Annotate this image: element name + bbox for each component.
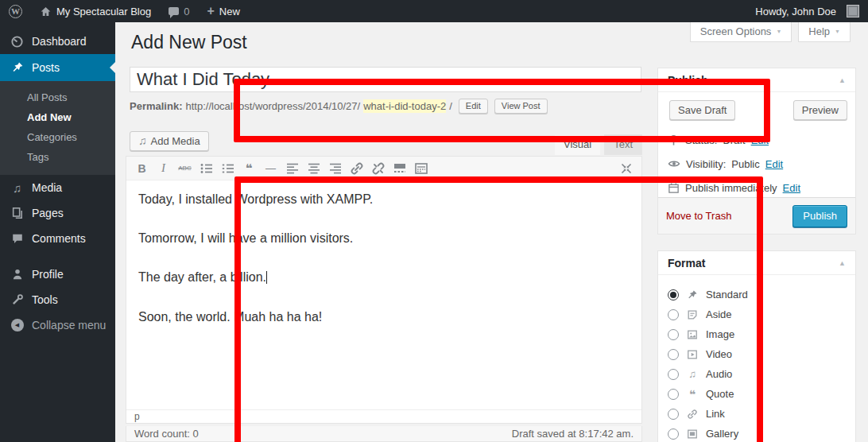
radio-link[interactable] — [668, 409, 679, 420]
sidebar-label-posts: Posts — [32, 61, 60, 74]
sidebar-item-tools[interactable]: Tools — [0, 287, 115, 312]
format-label: Standard — [706, 289, 748, 300]
status-value: Draft — [723, 134, 745, 146]
adminbar-comments[interactable]: 0 — [160, 0, 198, 22]
sidebar-label-tools: Tools — [32, 293, 58, 306]
italic-button[interactable]: I — [153, 159, 174, 178]
bullet-list-button[interactable] — [196, 159, 217, 178]
radio-gallery[interactable] — [668, 428, 679, 440]
radio-aside[interactable] — [668, 309, 679, 320]
edit-permalink-button[interactable]: Edit — [459, 99, 488, 114]
horizontal-rule-button[interactable]: — — [260, 159, 281, 178]
major-publishing-actions: Move to Trash Publish — [658, 197, 855, 234]
add-media-button[interactable]: ♫ Add Media — [130, 131, 209, 151]
format-option-audio[interactable]: ♫ Audio — [668, 364, 846, 384]
format-label: Audio — [706, 368, 732, 380]
toolbar-toggle-icon — [414, 161, 428, 176]
edit-status-link[interactable]: Edit — [751, 134, 769, 146]
format-options: Standard Aside — [658, 275, 855, 442]
numbered-list-button[interactable] — [217, 159, 238, 178]
adminbar-new-menu[interactable]: + New — [198, 0, 248, 22]
format-option-image[interactable]: Image — [668, 324, 846, 344]
screen-options-tab[interactable]: Screen Options ▼ — [690, 22, 792, 42]
toolbar-toggle-button[interactable] — [410, 159, 432, 178]
move-to-trash-link[interactable]: Move to Trash — [666, 210, 731, 222]
sidebar-item-profile[interactable]: Profile — [0, 262, 115, 287]
editor-element-path[interactable]: p — [126, 409, 641, 423]
align-left-icon — [285, 161, 300, 176]
editor-paragraph: Soon, the world. Muah ha ha ha! — [138, 308, 630, 326]
sidebar-item-pages[interactable]: Pages — [0, 200, 115, 226]
format-option-standard[interactable]: Standard — [668, 285, 846, 304]
help-label: Help — [808, 25, 830, 37]
fullscreen-icon — [619, 161, 634, 176]
submenu-add-new[interactable]: Add New — [0, 107, 115, 127]
collapse-arrow-icon: ◀ — [11, 319, 24, 332]
align-right-button[interactable] — [324, 159, 346, 178]
submenu-all-posts[interactable]: All Posts — [0, 87, 115, 107]
edit-visibility-link[interactable]: Edit — [765, 158, 783, 170]
radio-quote[interactable] — [668, 389, 679, 400]
wordpress-logo-menu[interactable]: W — [0, 0, 31, 22]
tab-visual[interactable]: Visual — [554, 134, 601, 155]
format-option-link[interactable]: Link — [668, 404, 846, 424]
site-name-link[interactable]: My Spectacular Blog — [31, 0, 160, 22]
submenu-categories[interactable]: Categories — [0, 127, 115, 147]
chevron-down-icon: ▼ — [835, 29, 840, 34]
home-icon — [40, 6, 52, 17]
sidebar-item-media[interactable]: ♫ Media — [0, 175, 115, 200]
permalink-row: Permalink: http://localhost/wordpress/20… — [130, 99, 548, 114]
bold-button[interactable]: B — [131, 159, 153, 178]
preview-button[interactable]: Preview — [793, 100, 847, 120]
edit-schedule-link[interactable]: Edit — [783, 182, 800, 194]
format-option-aside[interactable]: Aside — [668, 304, 846, 324]
format-option-video[interactable]: Video — [668, 344, 846, 364]
radio-audio[interactable] — [668, 369, 679, 380]
profile-icon — [11, 268, 24, 281]
help-tab[interactable]: Help ▼ — [798, 22, 851, 42]
avatar — [847, 5, 859, 17]
format-gallery-icon — [687, 428, 698, 440]
new-label: New — [219, 6, 240, 17]
more-tag-button[interactable] — [389, 159, 410, 178]
sidebar-item-dashboard[interactable]: Dashboard — [0, 29, 115, 54]
howdy-account-menu[interactable]: Howdy, John Doe — [746, 0, 868, 22]
remove-link-button[interactable] — [367, 159, 389, 178]
page-title: Add New Post — [131, 32, 247, 54]
admin-bar-right: Howdy, John Doe — [746, 0, 868, 22]
radio-video[interactable] — [668, 349, 679, 360]
sidebar-label-pages: Pages — [32, 207, 64, 219]
insert-link-button[interactable] — [346, 159, 367, 178]
tab-text[interactable]: Text — [604, 134, 642, 155]
view-post-button[interactable]: View Post — [494, 99, 548, 114]
bullet-list-icon — [200, 161, 214, 176]
add-media-label: Add Media — [151, 135, 200, 147]
strikethrough-button[interactable]: ABC — [174, 159, 196, 178]
distraction-free-button[interactable] — [615, 159, 637, 178]
sidebar-item-collapse-menu[interactable]: ◀ Collapse menu — [0, 312, 115, 338]
blockquote-button[interactable]: ❝ — [238, 159, 260, 178]
submenu-tags[interactable]: Tags — [0, 147, 115, 167]
radio-image[interactable] — [668, 329, 679, 340]
menu-separator — [0, 251, 115, 262]
pages-icon — [11, 207, 24, 219]
minor-publishing-actions: Save Draft Preview — [658, 92, 855, 128]
align-left-button[interactable] — [281, 159, 303, 178]
format-option-gallery[interactable]: Gallery — [668, 424, 846, 442]
editor-content[interactable]: Today, I installed Wordpress with XAMPP.… — [126, 180, 641, 409]
editor-mode-tabs: Visual Text — [554, 134, 642, 155]
publish-box: Publish ▲ Save Draft Preview Status: Dra… — [657, 68, 856, 235]
save-draft-button[interactable]: Save Draft — [669, 100, 735, 120]
post-visibility-row: Visibility: Public Edit — [658, 152, 855, 176]
format-box-header[interactable]: Format ▲ — [658, 251, 855, 275]
format-option-quote[interactable]: ❝ Quote — [668, 384, 846, 404]
radio-standard[interactable] — [668, 289, 679, 300]
align-right-icon — [328, 161, 343, 176]
post-title-input[interactable] — [130, 67, 641, 92]
publish-button[interactable]: Publish — [792, 205, 847, 227]
publish-box-header[interactable]: Publish ▲ — [658, 68, 855, 92]
sidebar-item-comments[interactable]: Comments — [0, 226, 115, 251]
sidebar-item-posts[interactable]: Posts — [0, 54, 115, 81]
collapse-toggle-icon: ▲ — [839, 76, 846, 84]
align-center-button[interactable] — [303, 159, 324, 178]
